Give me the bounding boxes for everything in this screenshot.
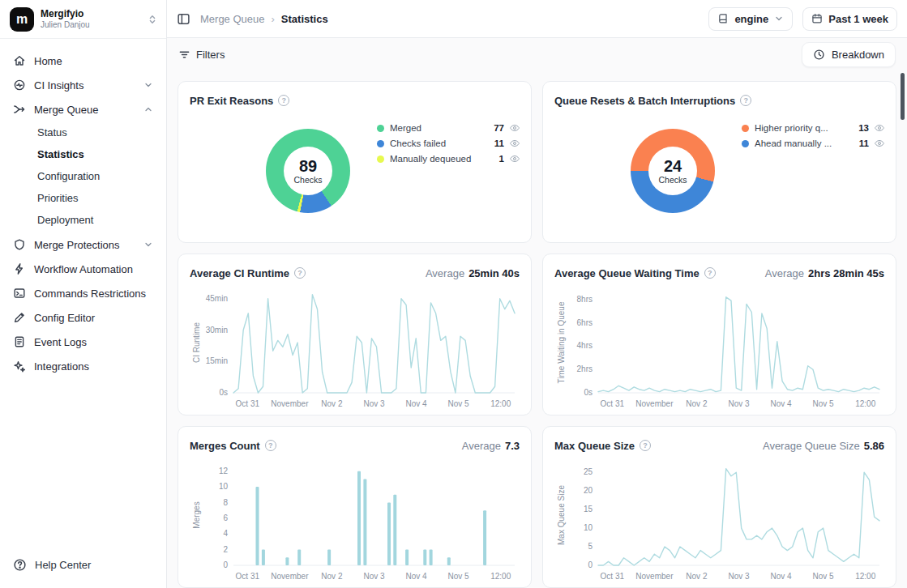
legend-item[interactable]: Ahead manually ...11 bbox=[742, 138, 884, 148]
svg-text:2: 2 bbox=[223, 545, 228, 554]
sidebar-item-home[interactable]: Home bbox=[6, 49, 160, 73]
chevron-down-icon bbox=[143, 240, 153, 249]
sidebar-subitem-configuration[interactable]: Configuration bbox=[6, 165, 160, 187]
logo-letter: m bbox=[16, 12, 28, 27]
help-icon[interactable] bbox=[294, 267, 306, 279]
svg-text:Oct 31: Oct 31 bbox=[236, 399, 260, 408]
svg-text:10: 10 bbox=[219, 482, 229, 491]
main-area: Merge Queue › Statistics engine Past 1 w… bbox=[167, 0, 907, 588]
breadcrumb: Merge Queue › Statistics bbox=[200, 13, 699, 25]
average-label: Average bbox=[426, 267, 464, 279]
svg-text:6: 6 bbox=[223, 513, 228, 522]
legend-item[interactable]: Manually dequeued1 bbox=[377, 154, 520, 164]
sidebar-item-commands-restrictions[interactable]: Commands Restrictions bbox=[6, 281, 160, 305]
queue-waiting-chart: 0s2hrs4hrs6hrs8hrsOct 31NovemberNov 2Nov… bbox=[554, 284, 886, 412]
svg-text:Nov 4: Nov 4 bbox=[771, 399, 793, 408]
help-icon[interactable] bbox=[640, 440, 651, 451]
breakdown-button[interactable]: Breakdown bbox=[802, 42, 896, 67]
sidebar-item-label: Commands Restrictions bbox=[34, 288, 153, 300]
svg-text:15: 15 bbox=[584, 505, 593, 513]
ci-runtime-chart: 0s15min30min45minOct 31NovemberNov 2Nov … bbox=[190, 284, 521, 412]
mergify-logo: m bbox=[10, 7, 34, 32]
legend-label: Checks failed bbox=[390, 138, 482, 148]
scrollbar-thumb[interactable] bbox=[901, 73, 905, 120]
eye-icon[interactable] bbox=[510, 123, 520, 133]
date-range-select[interactable]: Past 1 week bbox=[802, 7, 897, 31]
sidebar-subitem-priorities[interactable]: Priorities bbox=[6, 187, 160, 209]
sidebar-toggle-icon[interactable] bbox=[177, 12, 190, 26]
filters-button[interactable]: Filters bbox=[178, 49, 225, 61]
svg-text:November: November bbox=[635, 572, 674, 581]
home-icon bbox=[13, 54, 26, 67]
sidebar-item-integrations[interactable]: Integrations bbox=[6, 354, 160, 378]
sidebar-item-ci-insights[interactable]: CI Insights bbox=[6, 73, 160, 97]
max-queue-size-chart: 0510152025Oct 31NovemberNov 2Nov 3Nov 4N… bbox=[554, 457, 886, 585]
sidebar-item-label: Event Logs bbox=[34, 336, 153, 348]
dashboard-grid: PR Exit Reasons 89 Checks Merged77Checks… bbox=[167, 71, 907, 588]
svg-text:15min: 15min bbox=[206, 356, 228, 365]
svg-text:Oct 31: Oct 31 bbox=[601, 572, 625, 581]
breadcrumb-separator: › bbox=[272, 13, 275, 25]
svg-text:Nov 5: Nov 5 bbox=[813, 399, 835, 408]
donut-value: 89 bbox=[299, 158, 317, 175]
org-name: Mergifyio bbox=[41, 8, 140, 20]
help-icon[interactable] bbox=[704, 267, 716, 279]
help-center-label: Help Center bbox=[35, 559, 91, 571]
svg-text:Nov 3: Nov 3 bbox=[363, 572, 385, 581]
legend-item[interactable]: Checks failed11 bbox=[377, 138, 520, 148]
help-center[interactable]: Help Center bbox=[0, 547, 166, 588]
svg-text:12:00: 12:00 bbox=[490, 572, 511, 581]
card-title: Average Queue Waiting Time bbox=[554, 267, 700, 279]
calendar-icon bbox=[811, 13, 823, 24]
sidebar-nav: Home CI Insights Merge Queue Status Stat… bbox=[0, 39, 166, 547]
help-icon[interactable] bbox=[740, 95, 751, 106]
svg-text:Nov 2: Nov 2 bbox=[321, 399, 343, 408]
average-label: Average bbox=[765, 267, 804, 279]
chevron-up-icon bbox=[143, 104, 153, 114]
unfold-more-icon[interactable] bbox=[147, 14, 158, 25]
svg-text:45min: 45min bbox=[206, 294, 228, 303]
average-label: Average bbox=[462, 440, 501, 452]
average-value: 5.86 bbox=[864, 440, 884, 452]
legend-item[interactable]: Merged77 bbox=[377, 123, 520, 133]
shield-icon bbox=[13, 238, 26, 251]
svg-text:Merges: Merges bbox=[192, 501, 201, 528]
help-icon[interactable] bbox=[265, 440, 276, 451]
svg-text:Nov 5: Nov 5 bbox=[448, 572, 470, 581]
donut-label: Checks bbox=[293, 175, 322, 185]
merges-count-chart: 024681012Oct 31NovemberNov 2Nov 3Nov 4No… bbox=[190, 457, 521, 585]
svg-text:Nov 3: Nov 3 bbox=[363, 399, 385, 408]
legend-item[interactable]: Higher priority q...13 bbox=[742, 123, 884, 133]
sidebar-subitem-statistics[interactable]: Statistics bbox=[6, 143, 160, 165]
svg-text:4hrs: 4hrs bbox=[577, 341, 593, 350]
sidebar-item-workflow-automation[interactable]: Workflow Automation bbox=[6, 257, 160, 281]
donut-value: 24 bbox=[664, 158, 682, 175]
card-title: Queue Resets & Batch Interruptions bbox=[554, 95, 735, 107]
sidebar-item-config-editor[interactable]: Config Editor bbox=[6, 305, 160, 330]
card-average-queue-waiting-time: Average Queue Waiting Time Average 2hrs … bbox=[542, 254, 896, 415]
help-icon[interactable] bbox=[278, 95, 289, 106]
legend-label: Merged bbox=[390, 123, 482, 133]
sidebar-item-merge-queue[interactable]: Merge Queue bbox=[6, 97, 160, 121]
svg-text:Nov 2: Nov 2 bbox=[321, 572, 343, 581]
legend-value: 11 bbox=[853, 138, 869, 148]
chevron-down-icon bbox=[143, 80, 153, 90]
average-value: 2hrs 28min 45s bbox=[808, 267, 884, 279]
org-switcher[interactable]: m Mergifyio Julien Danjou bbox=[0, 0, 166, 39]
eye-icon[interactable] bbox=[510, 154, 520, 164]
sidebar-item-merge-protections[interactable]: Merge Protections bbox=[6, 232, 160, 257]
eye-icon[interactable] bbox=[510, 138, 520, 148]
repository-select[interactable]: engine bbox=[708, 7, 793, 31]
eye-icon[interactable] bbox=[875, 123, 884, 133]
sidebar-item-event-logs[interactable]: Event Logs bbox=[6, 330, 160, 354]
svg-text:8: 8 bbox=[223, 498, 228, 507]
filters-icon bbox=[178, 49, 190, 61]
card-title: Average CI Runtime bbox=[190, 267, 289, 279]
breadcrumb-merge-queue[interactable]: Merge Queue bbox=[200, 13, 265, 25]
eye-icon[interactable] bbox=[875, 138, 884, 148]
svg-text:0s: 0s bbox=[584, 388, 593, 397]
svg-text:0s: 0s bbox=[219, 388, 228, 397]
sidebar-subitem-status[interactable]: Status bbox=[6, 121, 160, 143]
sidebar-subitem-deployment[interactable]: Deployment bbox=[6, 209, 160, 231]
average-value: 7.3 bbox=[505, 440, 520, 452]
